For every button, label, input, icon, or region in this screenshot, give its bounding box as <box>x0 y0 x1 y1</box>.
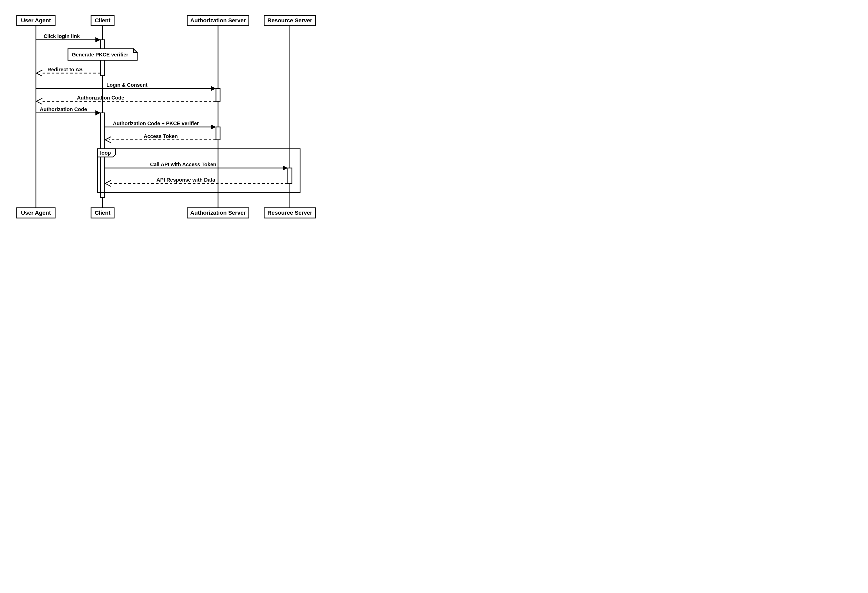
svg-text:Client: Client <box>94 17 111 24</box>
svg-marker-17 <box>95 37 100 42</box>
svg-text:User Agent: User Agent <box>21 209 51 216</box>
svg-text:Resource Server: Resource Server <box>267 209 312 216</box>
msg-click-login: Click login link <box>36 33 100 42</box>
participant-client-bottom: Client <box>91 208 114 218</box>
sequence-diagram: User Agent Client Authorization Server R… <box>5 5 334 231</box>
svg-text:Resource Server: Resource Server <box>267 17 312 24</box>
msg-auth-code-return: Authorization Code <box>37 95 216 105</box>
svg-text:Access Token: Access Token <box>144 133 178 139</box>
svg-text:Authorization Code: Authorization Code <box>77 95 124 100</box>
participant-resource-server-bottom: Resource Server <box>264 208 316 218</box>
svg-text:Generate PKCE verifier: Generate PKCE verifier <box>72 52 128 58</box>
activation-rs <box>288 168 292 183</box>
participant-resource-server-top: Resource Server <box>264 15 316 26</box>
msg-api-response: API Response with Data <box>105 177 288 186</box>
activation-as-1 <box>216 89 220 101</box>
note-generate-pkce: Generate PKCE verifier <box>68 49 137 60</box>
svg-text:Authorization Code: Authorization Code <box>40 106 87 112</box>
svg-text:Authorization Code + PKCE veri: Authorization Code + PKCE verifier <box>113 121 199 126</box>
svg-marker-30 <box>95 110 100 115</box>
svg-text:Redirect to AS: Redirect to AS <box>47 67 83 72</box>
svg-text:User Agent: User Agent <box>21 17 51 24</box>
fragment-loop: loop <box>97 149 300 192</box>
svg-text:loop: loop <box>100 150 111 156</box>
svg-rect-37 <box>97 149 300 192</box>
participant-auth-server-top: Authorization Server <box>187 15 249 26</box>
svg-text:Client: Client <box>94 209 111 216</box>
svg-text:Authorization Server: Authorization Server <box>190 209 246 216</box>
svg-marker-33 <box>211 124 216 130</box>
msg-login-consent: Login & Consent <box>36 82 216 91</box>
msg-access-token: Access Token <box>105 133 216 143</box>
msg-redirect-as: Redirect to AS <box>37 67 100 76</box>
activation-as-2 <box>216 127 220 140</box>
msg-call-api: Call API with Access Token <box>105 162 288 171</box>
svg-text:Authorization Server: Authorization Server <box>190 17 246 24</box>
svg-text:Call API with Access Token: Call API with Access Token <box>150 162 216 167</box>
participant-user-agent-top: User Agent <box>17 15 55 26</box>
svg-text:Click login link: Click login link <box>44 33 80 39</box>
svg-marker-40 <box>283 165 288 171</box>
participant-client-top: Client <box>91 15 114 26</box>
msg-auth-code-fwd: Authorization Code <box>36 106 100 115</box>
participant-auth-server-bottom: Authorization Server <box>187 208 249 218</box>
msg-code-plus-pkce: Authorization Code + PKCE verifier <box>105 121 216 130</box>
participant-user-agent-bottom: User Agent <box>17 208 55 218</box>
svg-marker-20 <box>133 49 137 53</box>
svg-marker-25 <box>211 86 216 91</box>
svg-text:Login & Consent: Login & Consent <box>106 82 148 88</box>
svg-text:API Response with Data: API Response with Data <box>156 177 216 183</box>
